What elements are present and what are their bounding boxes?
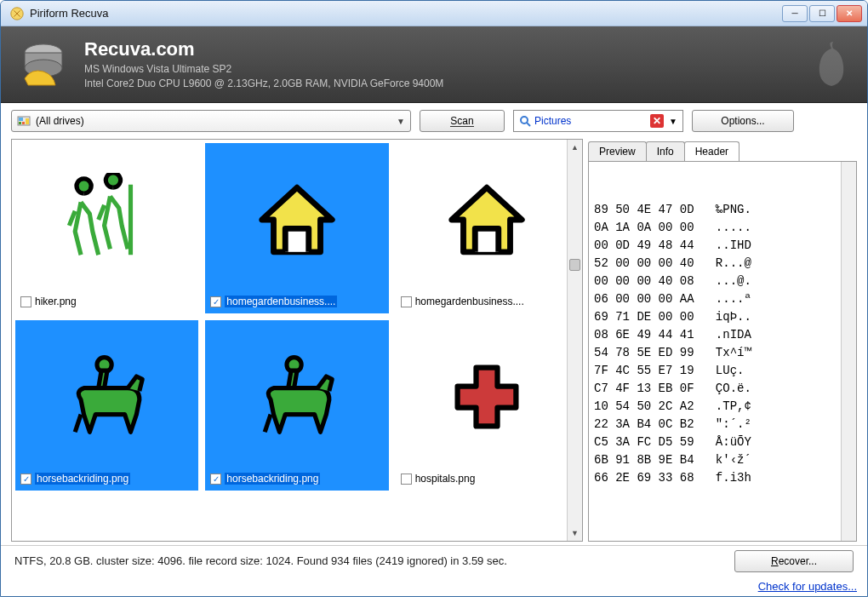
thumbnail-checkbox[interactable] xyxy=(401,474,412,485)
thumbnail-checkbox[interactable]: ✓ xyxy=(20,474,31,485)
banner-logo-icon xyxy=(16,37,71,92)
search-icon xyxy=(519,115,531,127)
thumbnail-image xyxy=(208,324,385,470)
scroll-up-icon[interactable]: ▲ xyxy=(568,140,582,155)
hex-viewer: 89 50 4E 47 0D ‰PNG. 0A 1A 0A 00 00 ....… xyxy=(588,161,857,542)
content-area: hiker.png✓homegardenbusiness....homegard… xyxy=(1,139,867,545)
results-scrollbar[interactable]: ▲ ▼ xyxy=(567,140,582,541)
svg-line-15 xyxy=(265,415,271,433)
options-button[interactable]: Options... xyxy=(692,110,794,132)
thumbnail-label-row: hospitals.png xyxy=(399,470,575,487)
filter-label: Pictures xyxy=(534,115,571,127)
thumbnail-checkbox[interactable] xyxy=(401,296,412,307)
thumbnails-container: hiker.png✓homegardenbusiness....homegard… xyxy=(12,140,582,541)
detail-panel: Preview Info Header 89 50 4E 47 0D ‰PNG.… xyxy=(588,139,857,542)
window-controls: ─ ☐ ✕ xyxy=(782,5,862,22)
thumbnail-image xyxy=(208,146,385,293)
clear-filter-icon[interactable]: ✕ xyxy=(650,114,664,128)
maximize-button[interactable]: ☐ xyxy=(809,5,835,22)
svg-line-10 xyxy=(527,123,530,126)
thumbnail-checkbox[interactable] xyxy=(20,296,31,307)
thumbnail-item[interactable]: hiker.png xyxy=(15,143,198,313)
thumbnail-filename: hospitals.png xyxy=(415,473,476,485)
thumbnail-label-row: hiker.png xyxy=(19,293,195,310)
thumbnail-image xyxy=(19,324,195,470)
svg-point-9 xyxy=(521,117,528,123)
chevron-down-icon: ▼ xyxy=(397,117,405,126)
chevron-down-icon: ▼ xyxy=(669,117,677,126)
scan-button[interactable]: Scan xyxy=(420,110,505,132)
thumbnail-image xyxy=(399,324,575,470)
thumbnail-image xyxy=(399,146,575,293)
thumbnail-label-row: homegardenbusiness.... xyxy=(399,293,575,310)
recover-button[interactable]: Recover... xyxy=(734,550,854,572)
detail-tabs: Preview Info Header xyxy=(588,139,857,161)
drive-selector[interactable]: (All drives) ▼ xyxy=(11,110,411,132)
options-label: Options... xyxy=(721,115,764,127)
footer: Check for updates... xyxy=(1,576,867,596)
thumbnail-filename: hiker.png xyxy=(35,296,77,307)
svg-line-13 xyxy=(75,415,81,433)
thumbnail-label-row: ✓homegardenbusiness.... xyxy=(208,293,385,310)
titlebar: Piriform Recuva ─ ☐ ✕ xyxy=(1,1,867,26)
drive-icon xyxy=(17,114,31,128)
window-title: Piriform Recuva xyxy=(30,7,782,20)
scroll-down-icon[interactable]: ▼ xyxy=(568,525,582,541)
thumbnail-label-row: ✓horsebackriding.png xyxy=(208,470,385,487)
thumbnail-item[interactable]: ✓horsebackriding.png xyxy=(15,320,198,491)
banner-os-line: MS Windows Vista Ultimate SP2 xyxy=(84,62,443,77)
tab-info[interactable]: Info xyxy=(646,141,685,161)
thumbnail-filename: horsebackriding.png xyxy=(225,473,320,485)
thumbnail-checkbox[interactable]: ✓ xyxy=(210,296,221,307)
status-bar: NTFS, 20.8 GB. cluster size: 4096. file … xyxy=(1,545,867,576)
hex-content: 89 50 4E 47 0D ‰PNG. 0A 1A 0A 00 00 ....… xyxy=(594,201,851,487)
scroll-thumb[interactable] xyxy=(569,259,580,271)
thumbnail-filename: horsebackriding.png xyxy=(35,473,130,485)
drive-label: (All drives) xyxy=(36,115,84,127)
thumbnail-filename: homegardenbusiness.... xyxy=(415,296,524,307)
svg-rect-5 xyxy=(19,118,23,121)
thumbnail-item[interactable]: homegardenbusiness.... xyxy=(396,143,579,313)
status-text: NTFS, 20.8 GB. cluster size: 4096. file … xyxy=(14,554,734,567)
toolbar: (All drives) ▼ Scan Pictures ✕ ▼ Options… xyxy=(1,103,867,139)
results-pane: hiker.png✓homegardenbusiness....homegard… xyxy=(11,139,583,542)
banner-hw-line: Intel Core2 Duo CPU L9600 @ 2.13GHz, 2.0… xyxy=(84,77,443,91)
minimize-button[interactable]: ─ xyxy=(782,5,808,22)
app-window: Piriform Recuva ─ ☐ ✕ Recuva.com MS Wind… xyxy=(0,0,868,597)
recover-label: Recover... xyxy=(771,555,817,567)
svg-rect-7 xyxy=(22,122,25,124)
filter-selector[interactable]: Pictures ✕ ▼ xyxy=(513,110,683,132)
tab-preview[interactable]: Preview xyxy=(588,141,647,161)
thumbnail-label-row: ✓horsebackriding.png xyxy=(19,470,195,487)
thumbnail-item[interactable]: ✓horsebackriding.png xyxy=(205,320,388,491)
svg-rect-8 xyxy=(26,118,29,124)
scan-label: Scan xyxy=(450,116,473,127)
close-button[interactable]: ✕ xyxy=(837,5,862,22)
banner-title: Recuva.com xyxy=(84,38,443,60)
header-banner: Recuva.com MS Windows Vista Ultimate SP2… xyxy=(1,26,867,103)
thumbnail-filename: homegardenbusiness.... xyxy=(225,296,337,307)
thumbnails-grid: hiker.png✓homegardenbusiness....homegard… xyxy=(15,143,579,491)
hex-scrollbar[interactable] xyxy=(841,162,856,541)
app-icon xyxy=(9,6,25,21)
check-updates-link[interactable]: Check for updates... xyxy=(758,580,857,593)
scroll-track[interactable] xyxy=(568,155,582,525)
thumbnail-item[interactable]: hospitals.png xyxy=(396,320,579,491)
thumbnail-image xyxy=(19,146,195,293)
thumbnail-checkbox[interactable]: ✓ xyxy=(210,474,221,485)
svg-rect-6 xyxy=(19,122,21,124)
thumbnail-item[interactable]: ✓homegardenbusiness.... xyxy=(205,143,388,313)
tab-header[interactable]: Header xyxy=(684,141,740,161)
piriform-pear-icon xyxy=(811,40,852,88)
banner-text: Recuva.com MS Windows Vista Ultimate SP2… xyxy=(84,38,443,91)
